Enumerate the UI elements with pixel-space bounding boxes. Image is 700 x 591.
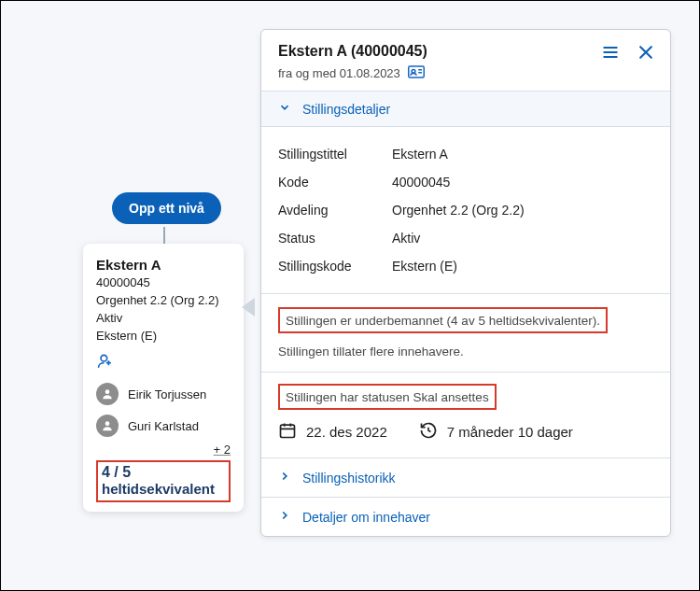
- fte-label: heltidsekvivalent: [102, 481, 225, 497]
- node-title: Ekstern A: [96, 257, 231, 273]
- person-name: Guri Karlstad: [128, 419, 199, 433]
- canvas: Opp ett nivå Ekstern A 40000045 Orgenhet…: [0, 0, 700, 591]
- panel-title: Ekstern A (40000045): [278, 43, 653, 60]
- status-text: Stillingen har statusen Skal ansettes: [286, 390, 489, 404]
- kv-val: Ekstern A: [392, 147, 448, 162]
- up-level-button[interactable]: Opp ett nivå: [112, 192, 221, 224]
- person-name: Eirik Torjussen: [128, 387, 206, 401]
- avatar-icon: [96, 383, 119, 405]
- id-card-icon[interactable]: [408, 65, 425, 81]
- person-row[interactable]: Guri Karlstad: [96, 415, 231, 437]
- kv-val: Aktiv: [392, 231, 420, 246]
- section-label: Detaljer om innehaver: [302, 510, 430, 525]
- duration-item: 7 måneder 10 dager: [419, 421, 573, 443]
- kv-key: Stillingskode: [278, 259, 381, 274]
- fte-highlight: 4 / 5 heltidsekvivalent: [96, 460, 231, 502]
- add-person-icon: [96, 352, 115, 373]
- table-row: Kode 40000045: [278, 168, 653, 196]
- pointer-arrow: [242, 298, 255, 317]
- avatar-icon: [96, 415, 119, 437]
- date-item: 22. des 2022: [278, 421, 387, 443]
- svg-point-1: [105, 390, 110, 395]
- section-holder-details[interactable]: Detaljer om innehaver: [261, 497, 670, 536]
- table-row: Status Aktiv: [278, 224, 653, 252]
- table-row: Stillingskode Ekstern (E): [278, 252, 653, 280]
- info-block: Stillingen er underbemannet (4 av 5 helt…: [261, 294, 670, 372]
- kv-val: Orgenhet 2.2 (Org 2.2): [392, 203, 525, 218]
- node-status: Aktiv: [96, 310, 231, 328]
- svg-point-2: [105, 422, 110, 427]
- kv-key: Kode: [278, 175, 381, 190]
- chevron-down-icon: [278, 101, 291, 117]
- menu-icon[interactable]: [601, 43, 620, 62]
- section-position-history[interactable]: Stillingshistorikk: [261, 457, 670, 497]
- section-position-details[interactable]: Stillingsdetaljer: [261, 91, 670, 127]
- svg-point-0: [101, 356, 107, 362]
- kv-key: Stillingstittel: [278, 147, 381, 162]
- date-text: 22. des 2022: [306, 424, 387, 440]
- panel-subtitle: fra og med 01.08.2023: [278, 66, 400, 80]
- allows-multiple-text: Stillingen tillater flere innehavere.: [278, 345, 653, 359]
- kv-val: Ekstern (E): [392, 259, 457, 274]
- node-dept: Orgenhet 2.2 (Org 2.2): [96, 292, 231, 310]
- fte-ratio: 4 / 5: [102, 464, 225, 481]
- status-block: Stillingen har statusen Skal ansettes 22…: [261, 373, 670, 457]
- person-row[interactable]: Eirik Torjussen: [96, 383, 231, 405]
- show-more-people[interactable]: + 2: [96, 443, 231, 457]
- node-code: 40000045: [96, 274, 231, 292]
- kv-key: Status: [278, 231, 381, 246]
- section-label: Stillingsdetaljer: [302, 102, 390, 117]
- node-jobcode: Ekstern (E): [96, 328, 231, 345]
- duration-text: 7 måneder 10 dager: [447, 424, 573, 440]
- chevron-right-icon: [278, 470, 291, 485]
- svg-rect-5: [281, 425, 295, 437]
- history-icon: [419, 421, 438, 443]
- calendar-icon: [278, 421, 297, 443]
- panel-header: Ekstern A (40000045) fra og med 01.08.20…: [261, 30, 670, 91]
- connector-line: [163, 227, 165, 244]
- close-icon[interactable]: [637, 43, 655, 62]
- status-highlight: Stillingen har statusen Skal ansettes: [278, 384, 497, 410]
- kv-key: Avdeling: [278, 203, 381, 218]
- detail-panel: Ekstern A (40000045) fra og med 01.08.20…: [260, 29, 671, 537]
- node-card[interactable]: Ekstern A 40000045 Orgenhet 2.2 (Org 2.2…: [83, 244, 244, 512]
- add-person-button[interactable]: [96, 352, 231, 373]
- up-level-label: Opp ett nivå: [129, 201, 204, 216]
- understaffed-text: Stillingen er underbemannet (4 av 5 helt…: [286, 314, 600, 328]
- svg-point-4: [412, 69, 415, 73]
- table-row: Avdeling Orgenhet 2.2 (Org 2.2): [278, 196, 653, 224]
- details-table: Stillingstittel Ekstern A Kode 40000045 …: [261, 127, 670, 293]
- understaffed-highlight: Stillingen er underbemannet (4 av 5 helt…: [278, 307, 608, 333]
- chevron-right-icon: [278, 509, 291, 525]
- kv-val: 40000045: [392, 175, 450, 190]
- section-label: Stillingshistorikk: [302, 471, 396, 485]
- table-row: Stillingstittel Ekstern A: [278, 140, 653, 168]
